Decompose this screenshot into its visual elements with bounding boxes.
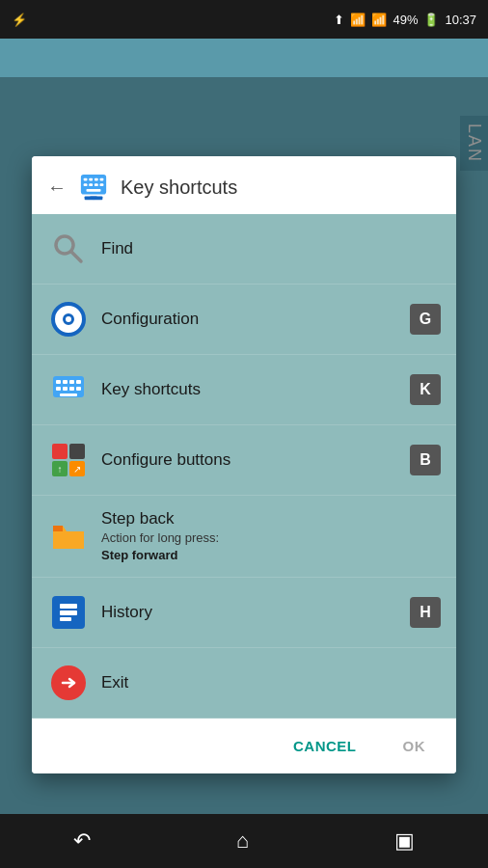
svg-rect-1 — [84, 178, 88, 181]
list-item-exit[interactable]: Exit — [32, 648, 456, 719]
time-display: 10:37 — [445, 13, 476, 27]
step-back-sublabel-bold: Step forward — [101, 548, 177, 562]
svg-rect-22 — [76, 387, 81, 391]
status-bar-left: ⚡ — [12, 13, 27, 27]
exit-icon — [47, 662, 90, 704]
svg-rect-18 — [76, 380, 81, 384]
svg-rect-17 — [69, 380, 74, 384]
ok-button[interactable]: OK — [392, 730, 438, 762]
svg-rect-24 — [60, 604, 77, 609]
configure-buttons-icon: ↑ ↗ — [47, 439, 90, 481]
list-item-configure-buttons[interactable]: ↑ ↗ Configure buttons B — [32, 425, 456, 496]
svg-rect-26 — [60, 617, 71, 621]
step-back-label: Step back — [101, 509, 175, 528]
svg-rect-2 — [89, 178, 93, 181]
list-item-step-back[interactable]: Step back Action for long press: Step fo… — [32, 496, 456, 578]
key-shortcuts-text: Key shortcuts — [101, 380, 410, 399]
svg-rect-19 — [56, 387, 61, 391]
dialog-header-icon — [78, 172, 109, 203]
svg-rect-20 — [63, 387, 68, 391]
configuration-label: Configuration — [101, 310, 199, 328]
find-text: Find — [101, 239, 441, 258]
nav-recents-icon[interactable]: ▣ — [394, 828, 415, 854]
configure-buttons-label: Configure buttons — [101, 450, 230, 469]
configuration-text: Configuration — [101, 310, 410, 329]
signal-icon: 📶 — [371, 13, 387, 27]
svg-rect-5 — [84, 183, 88, 186]
key-shortcuts-dialog: ← — [32, 156, 456, 773]
key-shortcuts-shortcut: K — [410, 374, 441, 405]
list-item-find[interactable]: Find — [32, 214, 456, 285]
nav-back-icon[interactable]: ↶ — [73, 828, 91, 854]
app-background: LAN ← — [0, 39, 488, 814]
usb-icon: ⚡ — [12, 13, 27, 27]
svg-rect-23 — [60, 393, 77, 396]
list-item-key-shortcuts[interactable]: Key shortcuts K — [32, 355, 456, 425]
svg-rect-21 — [69, 387, 74, 391]
dialog-header: ← — [32, 156, 456, 214]
key-shortcuts-label: Key shortcuts — [101, 380, 201, 398]
list-item-configuration[interactable]: Configuration G — [32, 285, 456, 355]
history-icon — [47, 591, 90, 634]
step-back-sublabel: Action for long press: — [101, 530, 219, 545]
svg-rect-6 — [89, 183, 93, 186]
nav-bar: ↶ ⌂ ▣ — [0, 814, 488, 868]
dialog-list: Find Configuration G — [32, 214, 456, 719]
dialog-footer: CANCEL OK — [32, 719, 456, 773]
wifi-icon: 📶 — [350, 13, 366, 27]
svg-rect-8 — [100, 183, 104, 186]
history-shortcut: H — [410, 597, 441, 628]
back-button[interactable]: ← — [47, 177, 67, 197]
battery-text: 49% — [393, 13, 418, 27]
find-label: Find — [101, 239, 133, 258]
list-item-history[interactable]: History H — [32, 578, 456, 648]
exit-label: Exit — [101, 673, 128, 692]
battery-icon: 🔋 — [423, 13, 439, 27]
bluetooth-icon: ⬆ — [334, 13, 344, 27]
svg-rect-4 — [100, 178, 104, 181]
step-back-text: Step back Action for long press: Step fo… — [101, 509, 441, 563]
key-shortcuts-icon-item — [47, 368, 90, 411]
svg-rect-25 — [60, 610, 77, 615]
svg-rect-7 — [95, 183, 98, 186]
history-label: History — [101, 603, 152, 621]
cancel-button[interactable]: CANCEL — [282, 730, 368, 762]
svg-rect-15 — [56, 380, 61, 384]
dialog-title: Key shortcuts — [121, 176, 237, 199]
find-icon — [47, 228, 90, 270]
configure-buttons-text: Configure buttons — [101, 450, 410, 470]
nav-home-icon[interactable]: ⌂ — [236, 828, 249, 854]
configuration-shortcut: G — [410, 304, 441, 335]
step-back-icon — [47, 515, 90, 557]
history-text: History — [101, 603, 410, 622]
svg-rect-9 — [87, 189, 101, 192]
svg-rect-3 — [95, 178, 98, 181]
exit-text: Exit — [101, 673, 441, 692]
status-bar: ⚡ ⬆ 📶 📶 49% 🔋 10:37 — [0, 0, 488, 39]
status-bar-right: ⬆ 📶 📶 49% 🔋 10:37 — [334, 13, 476, 27]
keyboard-icon-svg — [79, 173, 108, 202]
svg-rect-16 — [63, 380, 68, 384]
configuration-icon — [47, 298, 90, 340]
svg-line-13 — [71, 252, 81, 261]
dialog-overlay: ← — [0, 77, 488, 814]
configure-buttons-shortcut: B — [410, 445, 441, 475]
